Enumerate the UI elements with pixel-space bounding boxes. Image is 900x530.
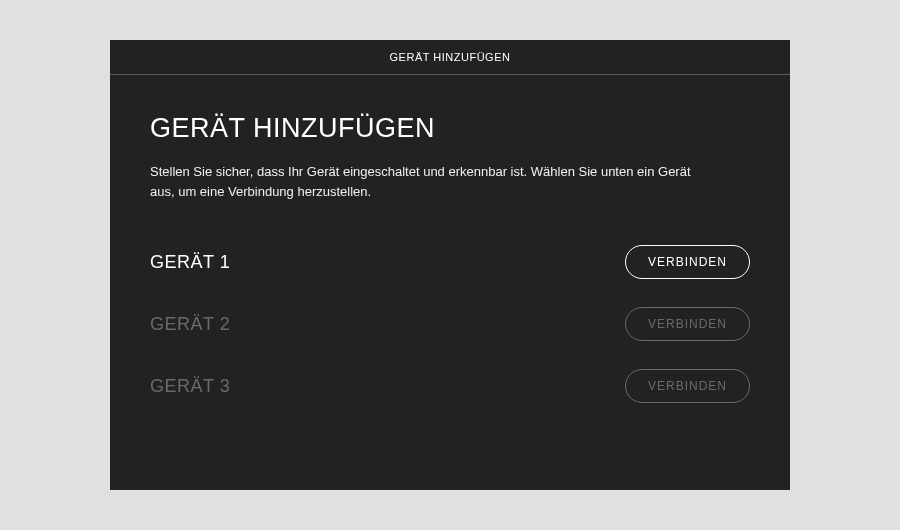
- device-name: GERÄT 2: [150, 314, 230, 335]
- connect-button-2[interactable]: VERBINDEN: [625, 307, 750, 341]
- panel-header: GERÄT HINZUFÜGEN: [110, 40, 790, 75]
- device-row-2: GERÄT 2 VERBINDEN: [150, 307, 750, 341]
- device-row-1: GERÄT 1 VERBINDEN: [150, 245, 750, 279]
- device-name: GERÄT 1: [150, 252, 230, 273]
- panel-body: GERÄT HINZUFÜGEN Stellen Sie sicher, das…: [110, 75, 790, 490]
- device-list: GERÄT 1 VERBINDEN GERÄT 2 VERBINDEN GERÄ…: [150, 245, 750, 403]
- device-row-3: GERÄT 3 VERBINDEN: [150, 369, 750, 403]
- panel-header-title: GERÄT HINZUFÜGEN: [390, 51, 511, 63]
- page-description: Stellen Sie sicher, dass Ihr Gerät einge…: [150, 162, 710, 201]
- add-device-panel: GERÄT HINZUFÜGEN GERÄT HINZUFÜGEN Stelle…: [110, 40, 790, 490]
- connect-button-3[interactable]: VERBINDEN: [625, 369, 750, 403]
- device-name: GERÄT 3: [150, 376, 230, 397]
- page-title: GERÄT HINZUFÜGEN: [150, 113, 750, 144]
- connect-button-1[interactable]: VERBINDEN: [625, 245, 750, 279]
